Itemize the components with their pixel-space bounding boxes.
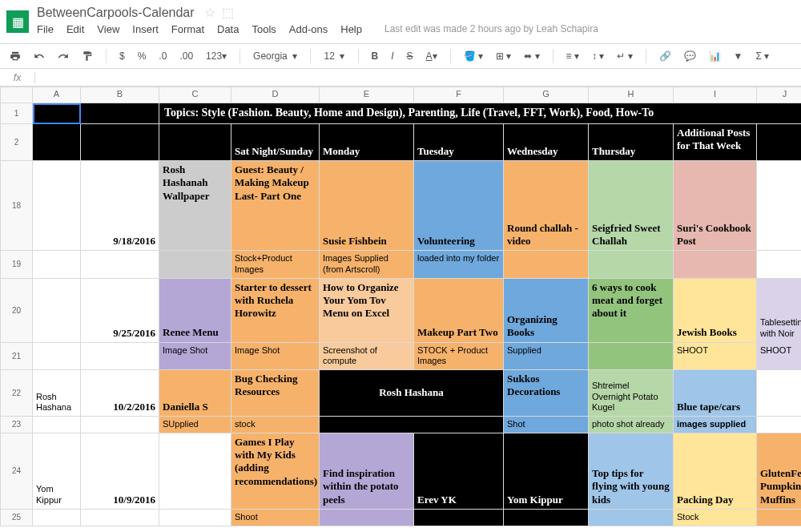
formula-input[interactable] <box>35 71 801 85</box>
wrap-button[interactable]: ↵ ▾ <box>614 49 635 63</box>
undo-icon[interactable] <box>30 49 48 63</box>
menu-addons[interactable]: Add-ons <box>289 23 328 35</box>
menu-help[interactable]: Help <box>340 23 362 35</box>
dec-decrease[interactable]: .0 <box>155 49 170 63</box>
col-G[interactable]: G <box>504 87 589 103</box>
num-format[interactable]: 123 ▾ <box>203 49 230 63</box>
col-J[interactable]: J <box>757 87 802 103</box>
star-icon[interactable]: ☆ <box>204 5 215 20</box>
menu-insert[interactable]: Insert <box>132 23 159 35</box>
select-all[interactable] <box>1 87 33 103</box>
borders-button[interactable]: ⊞ ▾ <box>493 49 514 63</box>
col-I[interactable]: I <box>674 87 757 103</box>
row-20[interactable]: 20 <box>1 278 33 342</box>
paint-icon[interactable] <box>78 49 96 63</box>
functions-icon[interactable]: Σ ▾ <box>753 49 773 63</box>
comment-icon[interactable]: 💬 <box>681 49 699 63</box>
size-select[interactable]: 12 ▾ <box>320 49 348 63</box>
menu-format[interactable]: Format <box>171 23 204 35</box>
row-24[interactable]: 24 <box>1 433 33 509</box>
toolbar: $ % .0 .00 123 ▾ Georgia ▾ 12 ▾ B I S A … <box>0 44 801 69</box>
menu-edit[interactable]: Edit <box>66 23 84 35</box>
row-25[interactable]: 25 <box>1 509 33 526</box>
sheets-logo: ▦ <box>6 10 29 33</box>
filter-icon[interactable]: ▼ <box>731 49 747 63</box>
chart-icon[interactable]: 📊 <box>706 49 724 63</box>
col-B[interactable]: B <box>81 87 159 103</box>
strike-button[interactable]: S <box>404 49 417 63</box>
row-18[interactable]: 18 <box>1 161 33 251</box>
col-C[interactable]: C <box>159 87 231 103</box>
fx-label: fx <box>0 72 35 83</box>
col-E[interactable]: E <box>320 87 414 103</box>
menu-file[interactable]: File <box>37 23 54 35</box>
bold-button[interactable]: B <box>368 49 382 63</box>
print-icon[interactable] <box>6 49 24 63</box>
menu-data[interactable]: Data <box>217 23 239 35</box>
row-21[interactable]: 21 <box>1 342 33 370</box>
redo-icon[interactable] <box>54 49 72 63</box>
spreadsheet[interactable]: A B C D E F G H I J 1 Topics: Style (Fas… <box>0 87 801 526</box>
merge-button[interactable]: ⬌ ▾ <box>521 49 542 63</box>
row-23[interactable]: 23 <box>1 417 33 433</box>
col-F[interactable]: F <box>414 87 504 103</box>
title-cell[interactable]: Topics: Style (Fashion. Beauty, Home and… <box>159 103 801 123</box>
edit-info: Last edit was made 2 hours ago by Leah S… <box>384 23 598 35</box>
col-A[interactable]: A <box>33 87 81 103</box>
dec-increase[interactable]: .00 <box>176 49 196 63</box>
percent-button[interactable]: % <box>135 49 150 63</box>
fillcolor-button[interactable]: 🪣 ▾ <box>461 49 486 63</box>
currency-button[interactable]: $ <box>116 49 128 63</box>
valign-button[interactable]: ↕ ▾ <box>589 49 607 63</box>
row-2[interactable]: 2 <box>1 124 33 161</box>
folder-icon[interactable]: ⬚ <box>222 5 234 20</box>
link-icon[interactable]: 🔗 <box>656 49 674 63</box>
menu-view[interactable]: View <box>97 23 119 35</box>
italic-button[interactable]: I <box>388 49 396 63</box>
cell-A1[interactable] <box>33 103 81 124</box>
font-select[interactable]: Georgia ▾ <box>250 49 300 63</box>
row-1[interactable]: 1 <box>1 103 33 124</box>
col-D[interactable]: D <box>231 87 320 103</box>
halign-button[interactable]: ≡ ▾ <box>563 49 582 63</box>
row-19[interactable]: 19 <box>1 251 33 279</box>
textcolor-button[interactable]: A ▾ <box>423 49 441 63</box>
menu-tools[interactable]: Tools <box>252 23 276 35</box>
row-22[interactable]: 22 <box>1 370 33 417</box>
doc-title[interactable]: BetweenCarpools-Calendar <box>37 6 195 20</box>
col-H[interactable]: H <box>589 87 674 103</box>
